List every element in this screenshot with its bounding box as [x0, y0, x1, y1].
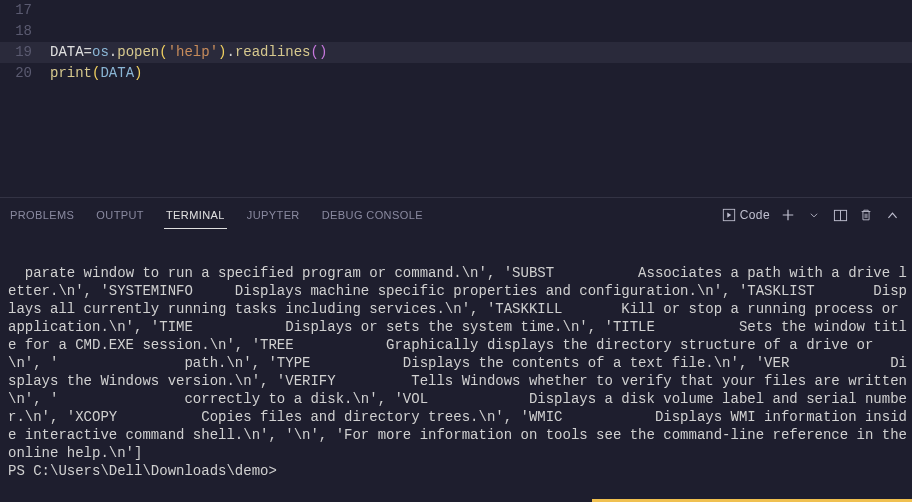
code-content: print(DATA) [50, 63, 912, 84]
tab-problems[interactable]: PROBLEMS [8, 201, 76, 229]
code-line[interactable]: 17 [0, 0, 912, 21]
terminal-output: parate window to run a specified program… [8, 265, 912, 461]
launch-profile[interactable]: Code [722, 208, 770, 222]
panel-actions: Code [722, 207, 900, 223]
line-number: 19 [0, 42, 50, 63]
new-terminal-icon[interactable] [780, 207, 796, 223]
code-line[interactable]: 20print(DATA) [0, 63, 912, 84]
maximize-panel-icon[interactable] [884, 207, 900, 223]
tab-terminal[interactable]: TERMINAL [164, 201, 227, 229]
code-content [50, 0, 912, 21]
line-number: 17 [0, 0, 50, 21]
code-content [50, 21, 912, 42]
code-editor[interactable]: 171819DATA=os.popen('help').readlines()2… [0, 0, 912, 197]
terminal-dropdown-icon[interactable] [806, 207, 822, 223]
tab-jupyter[interactable]: JUPYTER [245, 201, 302, 229]
panel-bar: PROBLEMSOUTPUTTERMINALJUPYTERDEBUG CONSO… [0, 197, 912, 232]
panel-tabs: PROBLEMSOUTPUTTERMINALJUPYTERDEBUG CONSO… [6, 201, 722, 229]
trash-icon[interactable] [858, 207, 874, 223]
code-line[interactable]: 19DATA=os.popen('help').readlines() [0, 42, 912, 63]
launch-profile-label: Code [740, 208, 770, 222]
terminal-prompt: PS C:\Users\Dell\Downloads\demo> [8, 463, 277, 479]
tab-output[interactable]: OUTPUT [94, 201, 146, 229]
terminal-view[interactable]: parate window to run a specified program… [0, 232, 912, 502]
split-terminal-icon[interactable] [832, 207, 848, 223]
code-content: DATA=os.popen('help').readlines() [50, 42, 912, 63]
code-line[interactable]: 18 [0, 21, 912, 42]
tab-debug-console[interactable]: DEBUG CONSOLE [320, 201, 425, 229]
line-number: 18 [0, 21, 50, 42]
line-number: 20 [0, 63, 50, 84]
